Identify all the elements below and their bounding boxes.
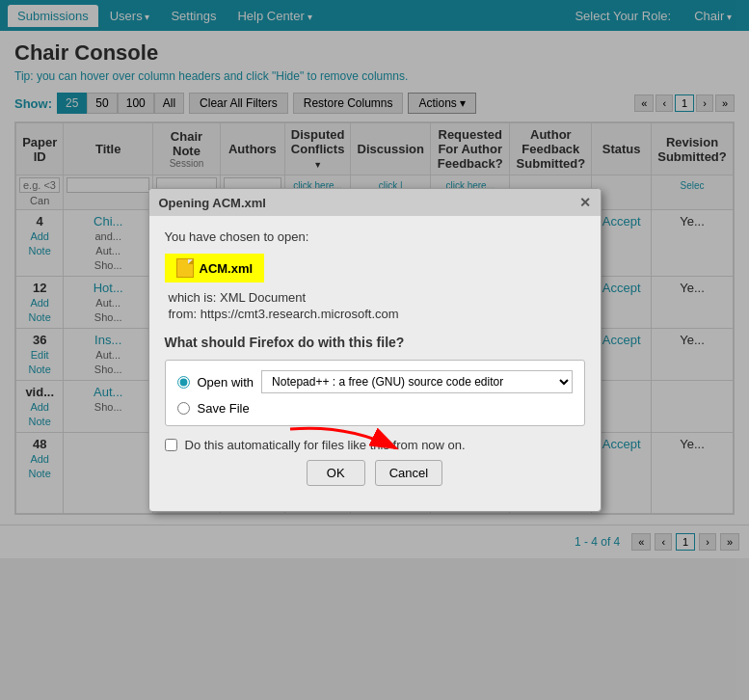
filename-highlight: ACM.xml: [165, 254, 265, 283]
modal-body: You have chosen to open: ACM.xml which i…: [149, 216, 601, 511]
red-arrow: [281, 419, 415, 471]
filename: ACM.xml: [200, 261, 254, 276]
file-open-dialog: Opening ACM.xml ✕ You have chosen to ope…: [148, 188, 602, 512]
save-file-label: Save File: [198, 401, 250, 416]
open-with-label: Open with: [198, 375, 254, 390]
auto-checkbox[interactable]: [165, 439, 177, 451]
modal-close-button[interactable]: ✕: [579, 195, 591, 210]
open-with-radio[interactable]: [177, 376, 190, 389]
modal-intro: You have chosen to open:: [165, 229, 585, 244]
which-is: which is: XML Document: [169, 290, 585, 305]
modal-footer: OK Cancel: [165, 452, 585, 498]
open-with-row: Open with Notepad++ : a free (GNU) sourc…: [177, 370, 573, 393]
modal-options-section: Open with Notepad++ : a free (GNU) sourc…: [165, 360, 585, 426]
save-file-row: Save File: [177, 401, 573, 416]
from-url: from: https://cmt3.research.microsoft.co…: [169, 307, 585, 321]
modal-meta: which is: XML Document from: https://cmt…: [165, 290, 585, 321]
file-icon: [176, 258, 194, 278]
open-with-select[interactable]: Notepad++ : a free (GNU) source code edi…: [261, 370, 572, 393]
modal-title: Opening ACM.xml: [159, 196, 266, 210]
modal-question: What should Firefox do with this file?: [165, 335, 585, 350]
modal-titlebar: Opening ACM.xml ✕: [149, 189, 601, 216]
save-file-radio[interactable]: [177, 402, 190, 415]
modal-overlay: Opening ACM.xml ✕ You have chosen to ope…: [0, 0, 749, 700]
